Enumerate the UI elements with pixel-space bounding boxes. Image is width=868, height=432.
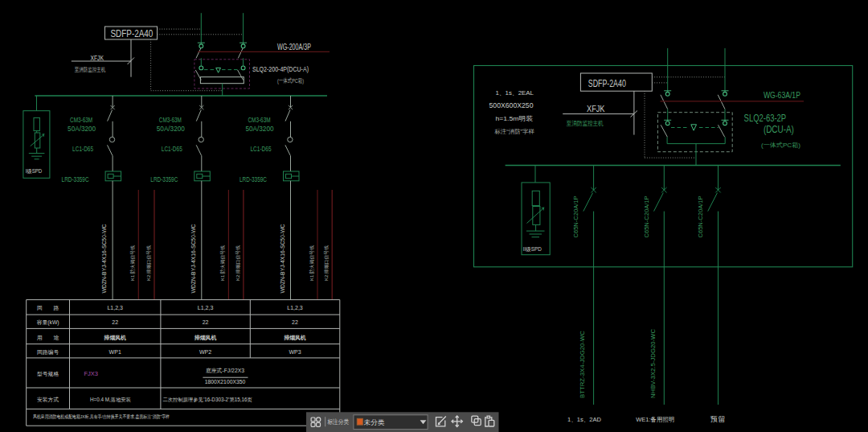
svg-text:K2:排烟口信号线: K2:排烟口信号线 <box>146 245 152 281</box>
svg-text:排烟风机: 排烟风机 <box>283 335 305 341</box>
svg-text:回路编号: 回路编号 <box>37 349 59 356</box>
svg-text:C65N-C20A/1P: C65N-C20A/1P <box>698 195 703 237</box>
svg-text:标注分类: 标注分类 <box>327 418 349 426</box>
svg-text:LC1-D65: LC1-D65 <box>251 145 272 153</box>
svg-text:LC1-D65: LC1-D65 <box>72 145 93 153</box>
svg-text:FJX3: FJX3 <box>84 370 99 377</box>
svg-text:22: 22 <box>112 319 118 325</box>
svg-text:CM3-63M: CM3-63M <box>70 116 92 124</box>
svg-text:容量(kW): 容量(kW) <box>37 319 59 326</box>
svg-text:型号规格: 型号规格 <box>37 371 59 377</box>
svg-text:XFJK: XFJK <box>91 54 104 62</box>
svg-text:K1:防火阀信号线: K1:防火阀信号线 <box>129 245 136 281</box>
svg-text:I级SPD: I级SPD <box>26 168 43 174</box>
svg-text:WDZN-BYJ-4X16-SC50-WC: WDZN-BYJ-4X16-SC50-WC <box>101 224 107 293</box>
svg-text:WE1:备用照明: WE1:备用照明 <box>636 416 674 423</box>
svg-text:WP3: WP3 <box>289 349 301 355</box>
svg-text:K2:排烟口信号线: K2:排烟口信号线 <box>324 245 330 281</box>
svg-text:WDZN-BYJ-4X16-SC50-WC: WDZN-BYJ-4X16-SC50-WC <box>190 224 196 293</box>
svg-text:预留: 预留 <box>710 415 726 423</box>
svg-text:K1:防火阀信号线: K1:防火阀信号线 <box>219 245 226 281</box>
svg-text:WP2: WP2 <box>199 349 211 355</box>
svg-text:未分类: 未分类 <box>364 418 385 426</box>
svg-text:L1,2,3: L1,2,3 <box>107 305 123 311</box>
svg-text:(DCU-A): (DCU-A) <box>764 124 794 135</box>
svg-text:至消防监控主机: 至消防监控主机 <box>75 66 106 73</box>
svg-text:CM3-63M: CM3-63M <box>159 116 182 124</box>
svg-text:安装方式: 安装方式 <box>37 397 59 403</box>
svg-text:K1:防火阀信号线: K1:防火阀信号线 <box>309 245 315 281</box>
svg-text:LRD-3359C: LRD-3359C <box>240 175 267 183</box>
svg-text:L1,2,3: L1,2,3 <box>198 305 214 311</box>
svg-text:h=1.5m明装: h=1.5m明装 <box>495 115 533 122</box>
svg-text:回 路: 回 路 <box>37 305 59 311</box>
svg-text:SLQ2-63-2P: SLQ2-63-2P <box>744 113 787 124</box>
svg-text:LRD-3359C: LRD-3359C <box>62 175 89 183</box>
svg-text:SDFP-2A40: SDFP-2A40 <box>110 28 153 39</box>
svg-text:WG-63A/1P: WG-63A/1P <box>764 90 800 100</box>
svg-text:50A/3200: 50A/3200 <box>68 125 96 133</box>
svg-text:排烟风机: 排烟风机 <box>104 335 126 341</box>
svg-text:50A/3200: 50A/3200 <box>157 125 185 133</box>
svg-text:排烟风机: 排烟风机 <box>194 335 216 341</box>
svg-text:C65N-C20A/1P: C65N-C20A/1P <box>573 195 579 237</box>
svg-text:BTTRZ-3X4-JDG20-WC: BTTRZ-3X4-JDG20-WC <box>579 331 586 398</box>
svg-text:至消防监控主机: 至消防监控主机 <box>567 120 604 127</box>
svg-text:CM3-63M: CM3-63M <box>248 116 271 124</box>
svg-text:XFJK: XFJK <box>587 104 605 113</box>
svg-text:SLQ2-200-4P(DCU-A): SLQ2-200-4P(DCU-A) <box>252 64 309 73</box>
svg-text:WG-200A/3P: WG-200A/3P <box>277 42 311 51</box>
svg-text:1800X2100X350: 1800X2100X350 <box>205 379 246 385</box>
svg-text:50A/3200: 50A/3200 <box>246 125 274 133</box>
svg-text:WDZN-BYJ-4X16-SC50-WC: WDZN-BYJ-4X16-SC50-WC <box>280 224 285 293</box>
svg-text:1、1s、2EAL: 1、1s、2EAL <box>495 89 534 97</box>
svg-text:II级SPD: II级SPD <box>523 246 542 252</box>
svg-text:NHBV-3X2.5-JDG20-WC: NHBV-3X2.5-JDG20-WC <box>649 329 657 398</box>
svg-text:LRD-3359C: LRD-3359C <box>150 175 178 183</box>
svg-text:H=0.4 M,落地安装: H=0.4 M,落地安装 <box>90 397 132 403</box>
svg-text:底座式-FJ/22X3: 底座式-FJ/22X3 <box>206 368 244 373</box>
svg-text:22: 22 <box>292 319 298 325</box>
svg-text:风机采用消防电机或配电箱JX柜,具有手/自转换开关不要求,盘: 风机采用消防电机或配电箱JX柜,具有手/自转换开关不要求,盘面标注“消防”字样 <box>33 413 170 420</box>
svg-text:(一体式PC箱): (一体式PC箱) <box>761 142 800 149</box>
svg-text:C65N-C20A/1P: C65N-C20A/1P <box>644 195 649 237</box>
svg-text:LC1-D65: LC1-D65 <box>162 145 182 153</box>
svg-text:1、1s、2AD: 1、1s、2AD <box>567 416 601 423</box>
svg-text:标注“消防”字样: 标注“消防”字样 <box>493 128 534 135</box>
svg-text:(一体式PC箱): (一体式PC箱) <box>277 77 304 84</box>
svg-text:SDFP-2A40: SDFP-2A40 <box>588 77 626 89</box>
svg-text:二次控制原理参见’16-D303-2’第15,16页: 二次控制原理参见’16-D303-2’第15,16页 <box>163 397 253 402</box>
svg-text:22: 22 <box>203 319 209 325</box>
svg-text:500X600X250: 500X600X250 <box>489 101 534 109</box>
svg-text:K2:排烟口信号线: K2:排烟口信号线 <box>235 245 241 281</box>
svg-text:L1,2,3: L1,2,3 <box>287 305 303 311</box>
svg-text:WP1: WP1 <box>109 349 121 355</box>
svg-text:用 途: 用 途 <box>37 335 59 341</box>
